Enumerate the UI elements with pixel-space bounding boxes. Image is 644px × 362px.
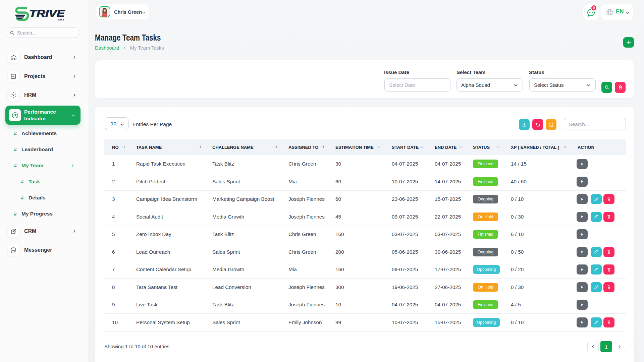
svg-text:MAKE: MAKE xyxy=(58,18,64,21)
svg-text:TRIVE: TRIVE xyxy=(29,8,65,19)
